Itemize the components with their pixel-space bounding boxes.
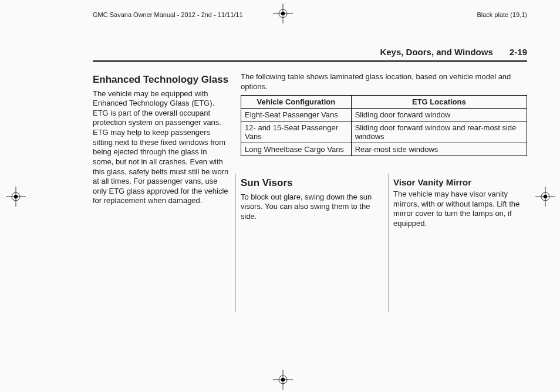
th-locations: ETG Locations [351, 96, 527, 109]
section-title: Keys, Doors, and Windows [380, 47, 492, 57]
plate-info: Black plate (19,1) [477, 11, 527, 18]
etg-table: Vehicle Configuration ETG Locations Eigh… [241, 95, 527, 156]
etg-body: The vehicle may be equipped with Enhance… [93, 89, 229, 207]
svg-point-14 [541, 192, 549, 201]
vanity-body: The vehicle may have visor vanity mirror… [393, 190, 527, 229]
table-head-row: Vehicle Configuration ETG Locations [241, 96, 527, 109]
vanity-heading: Visor Vanity Mirror [393, 177, 527, 187]
cell-config: Long Wheelbase Cargo Vans [241, 143, 352, 156]
cell-config: 12- and 15-Seat Passenger Vans [241, 121, 352, 143]
svg-point-11 [14, 195, 18, 198]
svg-point-10 [12, 192, 20, 201]
th-config: Vehicle Configuration [241, 96, 352, 109]
cell-config: Eight-Seat Passenger Vans [241, 109, 352, 121]
registration-mark-icon [6, 187, 26, 207]
etg-heading: Enhanced Technology Glass [93, 74, 229, 86]
table-row: Long Wheelbase Cargo Vans Rear-most side… [241, 143, 527, 156]
running-head: Keys, Doors, and Windows 2-19 [93, 47, 527, 62]
column-1: Enhanced Technology Glass The vehicle ma… [93, 70, 229, 209]
column-2: Sun Visors To block out glare, swing dow… [241, 174, 384, 225]
table-leadin: The following table shows laminated glas… [241, 72, 527, 92]
column-3: Visor Vanity Mirror The vehicle may have… [393, 174, 527, 232]
sunvisors-heading: Sun Visors [241, 177, 384, 189]
page: GMC Savana Owner Manual - 2012 - 2nd - 1… [28, 0, 532, 392]
cell-loc: Rear-most side windows [351, 143, 527, 156]
doc-id: GMC Savana Owner Manual - 2012 - 2nd - 1… [93, 11, 243, 18]
table-row: Eight-Seat Passenger Vans Sliding door f… [241, 109, 527, 121]
cell-loc: Sliding door forward window and rear-mos… [351, 121, 527, 143]
cell-loc: Sliding door forward window [351, 109, 527, 121]
column-rule [235, 174, 235, 312]
svg-point-15 [544, 195, 547, 198]
sunvisors-body: To block out glare, swing down the sun v… [241, 192, 384, 222]
registration-mark-icon [535, 187, 555, 207]
column-2-3-top: The following table shows laminated glas… [241, 70, 527, 156]
table-row: 12- and 15-Seat Passenger Vans Sliding d… [241, 121, 527, 143]
column-rule [389, 174, 389, 312]
page-number: 2-19 [510, 47, 527, 57]
print-header: GMC Savana Owner Manual - 2012 - 2nd - 1… [93, 11, 527, 18]
